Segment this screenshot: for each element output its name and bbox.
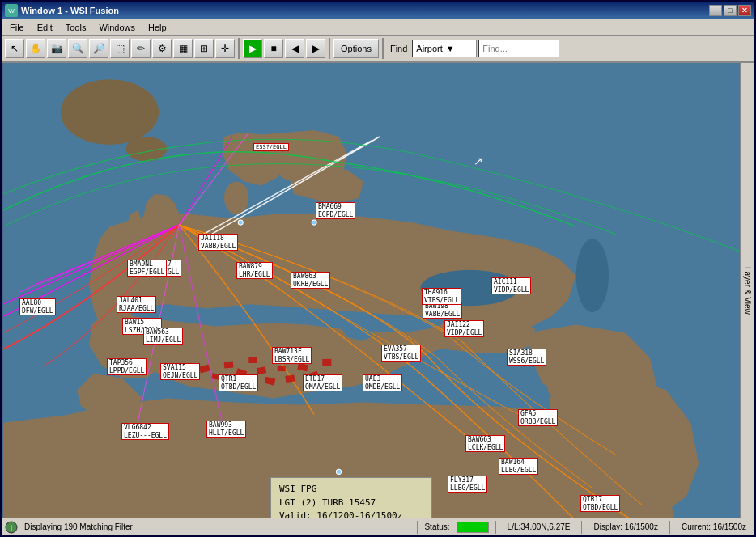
menu-file[interactable]: File [3, 21, 31, 34]
toolbar: ↖ ✋ 📷 🔍 🔎 ⬚ ✏ ⚙ ▦ ⊞ ✛ ▶ ■ ◀ ▶ Options Fi… [2, 36, 754, 63]
flight-label-baw863[interactable]: BAW863UKRB/EGLL [291, 272, 330, 289]
minimize-button[interactable]: ─ [709, 5, 722, 16]
close-button[interactable]: ✕ [738, 5, 751, 16]
svg-point-5 [576, 239, 609, 312]
window-frame: W Window 1 - WSI Fusion ─ □ ✕ File Edit … [0, 0, 756, 537]
ll-coordinates: L/L:34.00N,6.27E [503, 522, 575, 531]
map-container[interactable]: ↗ [2, 63, 754, 518]
toolbar-separator-2 [329, 38, 330, 59]
flight-label-sva115[interactable]: SVA115OEJN/EGLL [160, 363, 200, 380]
flight-label-bma9nl[interactable]: BMA9NLEGPF/EGLL [127, 260, 167, 277]
svg-point-1 [61, 79, 159, 145]
status-sep-2 [495, 521, 496, 534]
svg-text:i: i [11, 524, 12, 532]
flight-label-baw713f[interactable]: BAW713FLBSR/EGLL [272, 347, 312, 364]
flight-label-tha916[interactable]: THA916VTBS/EGLL [422, 288, 461, 305]
current-time: Current: 16/1500z [677, 522, 751, 531]
toolbar-play[interactable]: ▶ [243, 39, 262, 58]
layer-view-panel[interactable]: Layer & View [740, 63, 754, 518]
toolbar-prev[interactable]: ◀ [285, 39, 304, 58]
flight-label-baw563[interactable]: BAW563LIMJ/EGLL [143, 328, 183, 345]
svg-point-2 [126, 137, 168, 161]
menu-bar: File Edit Tools Windows Help [2, 19, 754, 36]
toolbar-stop[interactable]: ■ [264, 39, 283, 58]
flight-label-eva357[interactable]: EVA357VTBS/EGLL [381, 345, 421, 362]
svg-point-3 [224, 182, 248, 214]
toolbar-camera[interactable]: 📷 [47, 39, 66, 58]
status-indicator [457, 522, 489, 533]
flight-label-aic111[interactable]: AIC111VIDP/EGLL [491, 277, 531, 294]
toolbar-hand[interactable]: ✋ [26, 39, 45, 58]
dropdown-arrow: ▼ [446, 44, 455, 53]
flight-label-qtr17[interactable]: QTR17OTBD/EGLL [580, 495, 620, 512]
flight-label-jai122[interactable]: JAI122VIDP/EGLL [444, 320, 484, 337]
toolbar-zoom-in[interactable]: 🔍 [68, 39, 87, 58]
flight-label-fly317[interactable]: FLY317LLBG/EGLL [448, 476, 487, 493]
toolbar-grid[interactable]: ⊞ [194, 39, 214, 58]
flight-label-gfa5[interactable]: GFA5ORBB/EGLL [518, 409, 558, 426]
flight-label-qtr1[interactable]: QTR1OTBD/EGLL [219, 374, 258, 391]
title-bar: W Window 1 - WSI Fusion ─ □ ✕ [2, 2, 754, 19]
toolbar-next[interactable]: ▶ [306, 39, 325, 58]
flight-label-uae3[interactable]: UAE3OMDB/EGLL [363, 374, 402, 391]
flight-label-bma669[interactable]: BMA669EGPD/EGLL [316, 202, 355, 219]
info-line2: LGT (2) TURB 15457 [279, 497, 423, 510]
flight-label-sia318[interactable]: SIA318WSS6/EGLL [507, 349, 546, 366]
info-line3: Valid: 16/1200-16/1500z [279, 510, 423, 518]
status-sep-3 [581, 521, 582, 534]
find-label: Find [387, 44, 410, 53]
flight-label-baw879[interactable]: BAW879LHR/EGLL [236, 262, 273, 279]
status-sep-4 [669, 521, 670, 534]
flight-label-vlg6842[interactable]: VLG6842LEZU---EGLL [121, 423, 169, 440]
flight-label-baw993[interactable]: BAW993HLLT/EGLL [206, 421, 246, 438]
menu-windows[interactable]: Windows [92, 21, 142, 34]
flight-label-etd17[interactable]: ETD17OMAA/EGLL [303, 374, 342, 391]
display-time: Display: 16/1500z [588, 522, 663, 531]
toolbar-settings[interactable]: ⚙ [152, 39, 172, 58]
flight-label-jal401[interactable]: JAL401RJAA/EGLL [117, 296, 156, 313]
app-icon: W [5, 4, 18, 17]
status-label: Status: [424, 522, 449, 531]
menu-tools[interactable]: Tools [59, 21, 93, 34]
menu-help[interactable]: Help [142, 21, 173, 34]
flight-label-tap356[interactable]: TAP356LPPD/EGLL [107, 358, 147, 375]
svg-text:↗: ↗ [474, 154, 483, 167]
find-type-dropdown[interactable]: Airport ▼ [412, 40, 477, 57]
find-input[interactable] [478, 40, 559, 57]
status-sep-1 [417, 521, 418, 534]
toolbar-pointer[interactable]: ↖ [5, 39, 24, 58]
flight-label-baw663[interactable]: BAW663LCLK/EGLL [465, 435, 505, 452]
flight-label-ess[interactable]: ESS?/EGLL [253, 143, 289, 151]
status-message: Displaying 190 Matching Filter [24, 522, 410, 531]
status-bar: i Displaying 190 Matching Filter Status:… [2, 518, 754, 535]
status-icon: i [5, 521, 18, 534]
toolbar-zoom-rect[interactable]: ⬚ [110, 39, 130, 58]
menu-edit[interactable]: Edit [31, 21, 59, 34]
flight-label-aal80[interactable]: AAL80DFW/EGLL [19, 298, 56, 315]
toolbar-cursor[interactable]: ✛ [215, 39, 235, 58]
maximize-button[interactable]: □ [724, 5, 737, 16]
toolbar-edit[interactable]: ✏ [131, 39, 151, 58]
info-line1: WSI FPG [279, 483, 423, 497]
toolbar-layers[interactable]: ▦ [173, 39, 193, 58]
info-box: WSI FPG LGT (2) TURB 15457 Valid: 16/120… [270, 477, 432, 518]
toolbar-zoom-out[interactable]: 🔎 [89, 39, 108, 58]
options-button[interactable]: Options [333, 39, 379, 58]
flight-label-baw164[interactable]: BAW164LLBG/EGLL [499, 458, 538, 475]
flight-label-jai118[interactable]: JAI118VABB/EGLL [198, 234, 238, 251]
toolbar-separator-1 [238, 38, 240, 59]
map-background: ↗ [2, 63, 754, 518]
find-area: Find Airport ▼ [387, 39, 559, 58]
window-title: Window 1 - WSI Fusion [21, 6, 709, 15]
toolbar-separator-3 [382, 38, 384, 59]
window-controls: ─ □ ✕ [709, 5, 751, 16]
